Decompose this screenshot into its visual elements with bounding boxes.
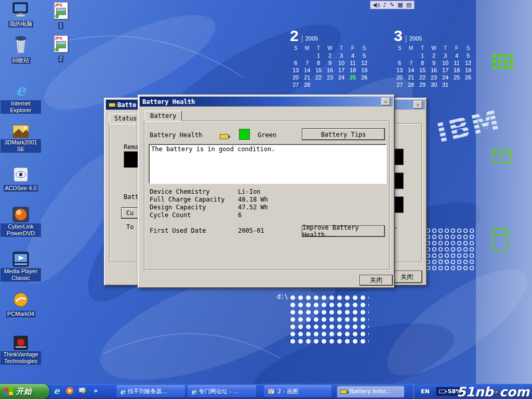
calendar-day: 14 <box>405 67 417 73</box>
calendar-day: 24 <box>440 74 451 81</box>
close-button[interactable]: ✕ <box>381 98 390 105</box>
desktop-icon-recycle-bin[interactable]: 回收站 <box>1 34 41 64</box>
field-value: Li-Ion <box>238 188 260 195</box>
drive-label: d:\ <box>277 293 288 300</box>
icon-label: ThinkVantage Technologies <box>1 351 41 365</box>
calendar-day: 28 <box>405 82 417 88</box>
grid-icon[interactable]: ▦ <box>397 1 403 9</box>
file-label: 2 <box>58 56 63 62</box>
partial-button[interactable]: Cu <box>121 207 139 219</box>
calendar-day: 22 <box>313 74 324 81</box>
icon-label: 回收站 <box>11 57 31 64</box>
desktop-icon-media-player-classic[interactable]: Media Player Classic <box>1 251 41 282</box>
taskbar-task-paint[interactable]: 2 - 画图 <box>264 385 331 397</box>
improve-battery-health-button[interactable]: Improve Battery Health... <box>302 225 385 237</box>
internet-explorer-icon: e <box>1 81 41 99</box>
pcmark-icon <box>1 292 41 308</box>
calendar-day: 18 <box>451 67 462 73</box>
media-player-icon[interactable] <box>65 386 74 395</box>
desktop-file-jpg-2[interactable]: JPG 2 <box>46 35 76 63</box>
battery-tips-button[interactable]: Battery Tips <box>302 128 385 140</box>
calendar-day: 1 <box>313 52 324 59</box>
tab-battery[interactable]: Battery <box>145 111 182 121</box>
calendar-day: 3 <box>440 52 451 59</box>
pen-icon[interactable]: ✎ <box>390 1 394 9</box>
calendar-weekday-label: T <box>417 45 428 51</box>
task-label: 2 - 画图 <box>277 388 298 395</box>
calendar-day: 26 <box>358 74 370 81</box>
field-label: First Used Date <box>150 227 206 234</box>
desktop-icon-my-computer[interactable]: 我的电脑 <box>1 2 41 28</box>
dot-pattern-outline <box>425 228 476 272</box>
calendar-day: 16 <box>324 67 336 73</box>
calendar-day: 5 <box>462 52 474 59</box>
icon-label: Media Player Classic <box>1 268 41 282</box>
calendar-day: 23 <box>324 74 336 81</box>
tab-status[interactable]: Status <box>109 113 142 124</box>
start-button[interactable]: 开始 <box>0 384 49 399</box>
chevron-overflow-icon[interactable]: » <box>91 386 100 395</box>
desktop-icon-3dmark[interactable]: 3DMark2001 SE <box>1 125 41 153</box>
calendar-weekday-label: S <box>394 45 405 51</box>
calendar-day: 12 <box>462 60 474 66</box>
taskbar-task-ie-forum[interactable]: e 专门网论坛 - ... <box>188 385 256 397</box>
calendar-day: 14 <box>301 67 313 73</box>
field-label: Cycle Count <box>150 211 191 219</box>
thinkvantage-icon <box>1 336 41 350</box>
calendar-grid: SMTWTFS123456789101112131415161718192021… <box>394 45 475 88</box>
calendar-day: 27 <box>290 82 301 88</box>
field-value: 47.52 Wh <box>238 204 268 211</box>
desktop-icon-internet-explorer[interactable]: e Internet Explorer <box>1 81 41 114</box>
task-label: 专门网论坛 - ... <box>199 388 238 395</box>
svg-text:IBM: IBM <box>434 103 504 150</box>
status-dot-icon <box>55 15 59 18</box>
close-dialog-button[interactable]: 关闭 <box>360 275 393 286</box>
calendar-day: 20 <box>394 74 405 81</box>
document-icon[interactable]: ▤ <box>406 1 411 9</box>
quick-launch: e » <box>52 386 100 395</box>
desktop-file-jpg-1[interactable]: JPG 1 <box>46 2 76 30</box>
calendar-day: 7 <box>301 60 313 66</box>
speaker-icon[interactable] <box>373 2 380 8</box>
acdsee-icon <box>1 167 41 182</box>
calendar-weekday-label: W <box>428 45 440 51</box>
taskbar-task-ie-server-not-found[interactable]: e 找不到服务器... <box>116 385 185 397</box>
jpg-type-tag: JPG <box>56 3 62 7</box>
envelope-icon <box>492 149 512 164</box>
internet-explorer-icon[interactable]: e <box>52 386 61 395</box>
paint-icon <box>268 388 275 395</box>
calendar-day: 1 <box>417 52 428 59</box>
calendar-day: 24 <box>336 74 347 81</box>
status-dot-icon <box>55 48 59 51</box>
note-icon[interactable]: ♪ <box>383 1 387 9</box>
calendar-day: 22 <box>417 74 428 81</box>
calendar-day: 9 <box>324 60 336 66</box>
show-desktop-icon[interactable] <box>78 386 87 395</box>
media-player-classic-icon <box>1 251 41 267</box>
calendar-day: 11 <box>347 60 358 66</box>
desktop-icon-thinkvantage[interactable]: ThinkVantage Technologies <box>1 336 41 365</box>
taskbar-task-battery-information[interactable]: Battery Infor... <box>337 385 404 397</box>
task-label: 找不到服务器... <box>128 388 168 395</box>
jpg-file-icon: JPG <box>54 2 68 19</box>
close-dialog-button[interactable]: 关闭 <box>391 271 422 283</box>
desktop-icon-powerdvd[interactable]: CyberLink PowerDVD <box>1 207 41 237</box>
close-button[interactable]: ✕ <box>414 101 422 109</box>
language-indicator[interactable]: EN <box>421 388 430 395</box>
desktop-icon-pcmark[interactable]: PCMark04 <box>1 292 41 318</box>
calendar-weekday-label: S <box>290 45 301 51</box>
3dmark-icon <box>1 125 41 138</box>
calendar-day: 29 <box>417 82 428 88</box>
jpg-thumbnail <box>56 41 66 48</box>
calendar-day: 10 <box>336 60 347 66</box>
calendar-day: 16 <box>428 67 440 73</box>
desktop-icon-acdsee[interactable]: ACDSee 4.0 <box>1 167 41 192</box>
condition-textbox[interactable]: The battery is in good condition. <box>149 144 387 184</box>
file-label: 1 <box>58 22 63 29</box>
calendar-day: 17 <box>336 67 347 73</box>
taskbar: 开始 e » e 找不到服务器... e 专门网论坛 - ... <box>0 384 532 399</box>
calendar-day: 13 <box>394 67 405 73</box>
field-label: Device Chemistry <box>150 188 210 195</box>
calendar-day: 25 <box>451 74 462 81</box>
window-titlebar[interactable]: Battery Health ✕ <box>140 97 393 107</box>
